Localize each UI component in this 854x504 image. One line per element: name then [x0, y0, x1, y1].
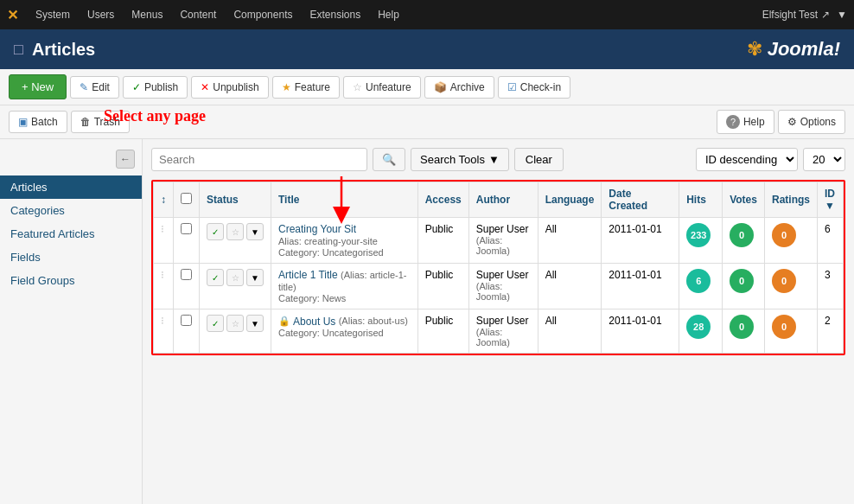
table-row: ⁝ ✓ ☆ ▼ Article 1 Title (Alias: article-…: [154, 264, 844, 309]
joomla-brand-text: Joomla!: [768, 38, 840, 61]
sidebar-collapse-button[interactable]: ←: [116, 150, 135, 169]
topbar-user-menu[interactable]: ▼: [837, 9, 847, 21]
new-button[interactable]: + New: [9, 74, 67, 99]
col-language-header[interactable]: Language: [538, 182, 602, 218]
published-button[interactable]: ✓: [207, 223, 224, 240]
col-checkbox-all[interactable]: [174, 182, 200, 218]
search-tools-button[interactable]: Search Tools ▼: [411, 148, 509, 171]
sidebar-item-fields[interactable]: Fields: [0, 246, 142, 269]
unpublish-button[interactable]: ✕ Unpublish: [191, 76, 268, 99]
content-area: 🔍 Search Tools ▼ Clear ID descending 20: [143, 139, 854, 504]
topbar-username[interactable]: Elfsight Test ↗: [762, 9, 830, 21]
search-input[interactable]: [151, 148, 367, 171]
row-checkbox[interactable]: [174, 218, 200, 264]
sidebar-item-featured[interactable]: Featured Articles: [0, 222, 142, 246]
col-id-header[interactable]: ID ▼: [817, 182, 843, 218]
status-dropdown[interactable]: ▼: [246, 223, 264, 240]
chevron-down-icon: ▼: [488, 153, 500, 166]
row-hits: 233: [679, 218, 723, 264]
published-button[interactable]: ✓: [207, 315, 224, 332]
article-title-link[interactable]: Creating Your Sit: [278, 223, 356, 235]
nav-system[interactable]: System: [29, 5, 77, 24]
col-status-header[interactable]: Status: [200, 182, 271, 218]
col-access-header[interactable]: Access: [417, 182, 468, 218]
toolbar-row1: + New ✎ Edit ✓ Publish ✕ Unpublish ★ Fea…: [0, 69, 854, 105]
featured-button[interactable]: ☆: [226, 269, 244, 286]
published-button[interactable]: ✓: [207, 269, 224, 286]
col-datecreated-header[interactable]: Date Created: [602, 182, 679, 218]
page-title-area: □ Articles: [14, 40, 95, 60]
select-all-checkbox[interactable]: [181, 193, 192, 204]
main-layout: ← Articles Categories Featured Articles …: [0, 139, 854, 504]
nav-components[interactable]: Components: [226, 5, 299, 24]
col-hits-header[interactable]: Hits: [679, 182, 723, 218]
votes-badge: 0: [730, 223, 754, 247]
sidebar-item-articles[interactable]: Articles: [0, 175, 142, 199]
article-title-link[interactable]: About Us: [293, 316, 335, 328]
archive-button[interactable]: 📦 Archive: [424, 76, 494, 99]
sidebar-item-fieldgroups[interactable]: Field Groups: [0, 269, 142, 292]
ratings-badge: 0: [772, 269, 796, 293]
trash-button[interactable]: 🗑 Trash: [71, 111, 130, 133]
drag-handle[interactable]: ⁝: [154, 309, 174, 354]
row-status: ✓ ☆ ▼: [200, 309, 271, 354]
featured-button[interactable]: ☆: [226, 315, 244, 332]
row-status: ✓ ☆ ▼: [200, 264, 271, 309]
edit-icon: ✎: [80, 81, 88, 93]
sidebar-item-categories[interactable]: Categories: [0, 199, 142, 222]
row-ratings: 0: [764, 218, 817, 264]
col-order[interactable]: ↕: [154, 182, 174, 218]
col-ratings-header[interactable]: Ratings: [764, 182, 817, 218]
search-icon: 🔍: [382, 153, 396, 166]
col-title-header[interactable]: Title: [271, 182, 418, 218]
drag-handle[interactable]: ⁝: [154, 264, 174, 309]
status-buttons: ✓ ☆ ▼: [207, 315, 264, 332]
row-title: Article 1 Title (Alias: article-1-title)…: [271, 264, 418, 309]
status-dropdown[interactable]: ▼: [246, 315, 264, 332]
hits-badge: 28: [686, 315, 711, 339]
edit-button[interactable]: ✎ Edit: [70, 76, 119, 99]
feature-icon: ★: [282, 81, 291, 93]
feature-button[interactable]: ★ Feature: [272, 76, 340, 99]
perpage-select[interactable]: 20: [803, 148, 845, 171]
options-button[interactable]: ⚙ Options: [778, 110, 845, 134]
publish-button[interactable]: ✓ Publish: [123, 76, 188, 99]
sort-controls: ID descending 20: [696, 148, 845, 171]
joomla-brand: ✾ Joomla!: [747, 38, 840, 61]
row-date: 2011-01-01: [602, 218, 679, 264]
unfeature-button[interactable]: ☆ Unfeature: [343, 76, 421, 99]
batch-button[interactable]: ▣ Batch: [9, 111, 67, 133]
publish-icon: ✓: [132, 81, 141, 93]
row-id: 3: [817, 264, 843, 309]
ratings-badge: 0: [772, 223, 796, 247]
nav-content[interactable]: Content: [173, 5, 223, 24]
status-dropdown[interactable]: ▼: [246, 269, 264, 286]
article-category: Category: News: [278, 293, 411, 303]
checkin-button[interactable]: ☑ Check-in: [498, 76, 570, 99]
drag-handle[interactable]: ⁝: [154, 218, 174, 264]
col-votes-header[interactable]: Votes: [723, 182, 765, 218]
clear-button[interactable]: Clear: [514, 148, 564, 171]
article-alias: (Alias: about-us): [339, 316, 408, 326]
table-header-row: ↕ Status Title Access Author Language Da…: [154, 182, 844, 218]
unpublish-icon: ✕: [201, 81, 209, 93]
article-category: Category: Uncategorised: [278, 328, 411, 338]
search-button[interactable]: 🔍: [373, 148, 405, 171]
row-checkbox[interactable]: [174, 309, 200, 354]
nav-extensions[interactable]: Extensions: [303, 5, 367, 24]
sort-select[interactable]: ID descending: [696, 148, 798, 171]
help-button[interactable]: ? Help: [717, 110, 774, 134]
row-checkbox[interactable]: [174, 264, 200, 309]
nav-users[interactable]: Users: [80, 5, 121, 24]
archive-icon: 📦: [434, 81, 447, 93]
article-title-link[interactable]: Article 1 Title: [278, 269, 338, 281]
row-votes: 0: [723, 218, 765, 264]
toolbar2-right: ? Help ⚙ Options: [717, 110, 845, 134]
col-author-header[interactable]: Author: [468, 182, 538, 218]
options-icon: ⚙: [787, 116, 797, 128]
batch-icon: ▣: [18, 116, 28, 128]
nav-help[interactable]: Help: [371, 5, 406, 24]
nav-menus[interactable]: Menus: [124, 5, 169, 24]
featured-button[interactable]: ☆: [226, 223, 244, 240]
joomla-logo-icon: ✕: [7, 7, 18, 23]
